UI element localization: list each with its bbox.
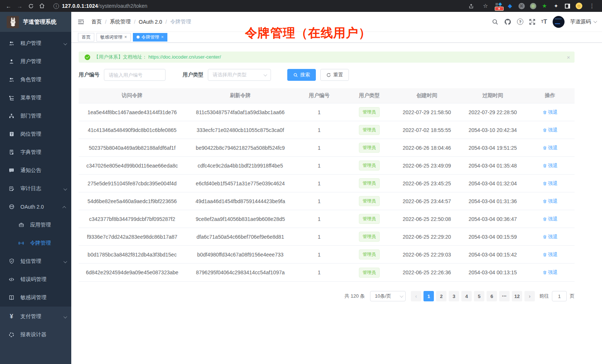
force-logout-button[interactable]: 强退: [543, 251, 558, 258]
user-type-select[interactable]: 请选择用户类型: [208, 69, 271, 81]
address-bar[interactable]: i 127.0.0.1:1024/system/oauth2/token: [53, 3, 465, 9]
sidebar-item-oauth[interactable]: OAuth 2.0: [0, 198, 71, 216]
search-button[interactable]: 搜索: [287, 69, 316, 81]
logo[interactable]: 芋道管理系统: [0, 12, 71, 32]
col-actions: 操作: [527, 92, 573, 99]
user-id-input[interactable]: [104, 69, 166, 81]
tab-sensitive[interactable]: 敏感词管理 ×: [96, 33, 131, 42]
sidebar-item-token[interactable]: 令牌管理: [0, 234, 71, 252]
page-button[interactable]: 1: [423, 291, 434, 301]
force-logout-button[interactable]: 强退: [543, 216, 558, 222]
close-icon[interactable]: ×: [124, 35, 127, 39]
fullscreen-icon[interactable]: [529, 19, 536, 25]
sidebar-item-notice[interactable]: 通知公告: [0, 161, 71, 179]
total-count: 共 120 条: [344, 293, 365, 300]
alert-close-icon[interactable]: ×: [567, 54, 570, 60]
user-type-badge: 管理员: [359, 161, 380, 171]
user-icon: [8, 59, 15, 64]
user-menu[interactable]: 芋道源码: [570, 19, 596, 25]
user-avatar[interactable]: [553, 16, 565, 28]
sidebar-item-audit[interactable]: 审计日志: [0, 179, 71, 198]
col-created: 创建时间: [395, 92, 458, 99]
sidebar-item-role[interactable]: 角色管理: [0, 70, 71, 89]
page-button[interactable]: 4: [461, 291, 472, 301]
user-id-label: 用户编号: [79, 72, 99, 78]
doc-link[interactable]: https://doc.iocoder.cn/user-center/: [148, 54, 221, 60]
tab-token[interactable]: 令牌管理 ×: [133, 33, 167, 42]
extension-command-icon[interactable]: ⌘: [518, 3, 525, 9]
sidebar-item-post[interactable]: 岗位管理: [0, 125, 71, 143]
success-check-icon: [85, 54, 90, 60]
col-expires: 过期时间: [458, 92, 527, 99]
extension-sidebar-icon[interactable]: [564, 3, 571, 9]
github-icon[interactable]: [504, 18, 511, 26]
tab-home[interactable]: 首页: [78, 33, 94, 42]
browser-back-icon[interactable]: ←: [4, 1, 13, 11]
sidebar-item-pay[interactable]: ¥ 支付管理: [0, 307, 71, 325]
sidebar-item-label: 敏感词管理: [20, 294, 46, 301]
prev-page-button[interactable]: ‹: [411, 291, 421, 301]
more-pages-button[interactable]: •••: [499, 291, 510, 301]
collapse-menu-icon[interactable]: [77, 18, 85, 26]
page-button[interactable]: 2: [436, 291, 446, 301]
force-logout-button[interactable]: 强退: [543, 127, 558, 133]
sidebar-item-label: 应用管理: [30, 222, 51, 228]
profile-avatar-icon[interactable]: ☺: [576, 3, 582, 9]
sidebar-item-label: 租户管理: [20, 40, 41, 47]
extension-gem-icon[interactable]: ◆: [507, 3, 513, 9]
share-icon[interactable]: [466, 1, 476, 11]
page-button[interactable]: 3: [449, 291, 459, 301]
force-logout-button[interactable]: 强退: [543, 162, 558, 169]
sidebar-item-user[interactable]: 用户管理: [0, 52, 71, 70]
sidebar-item-app[interactable]: 应用管理: [0, 216, 71, 234]
sidebar-item-label: OAuth 2.0: [20, 204, 44, 210]
extension-star-icon[interactable]: ★: [541, 3, 548, 9]
page-size-select[interactable]: 10条/页: [370, 291, 406, 301]
chat-bubble-icon: [8, 168, 15, 173]
sidebar-item-label: 用户管理: [20, 58, 41, 65]
site-info-icon[interactable]: i: [53, 3, 59, 9]
force-logout-button[interactable]: 强退: [543, 180, 558, 187]
sidebar-item-sms[interactable]: 短信管理: [0, 252, 71, 270]
browser-toolbar: ← → i 127.0.0.1:1024/system/oauth2/token…: [0, 0, 602, 12]
browser-forward-icon[interactable]: →: [15, 1, 24, 11]
breadcrumb-oauth[interactable]: OAuth 2.0: [139, 19, 162, 25]
extension-puzzle-icon[interactable]: ✦: [553, 3, 559, 9]
font-size-icon[interactable]: TT: [541, 19, 547, 25]
force-logout-button[interactable]: 强退: [543, 234, 558, 240]
extension-grid-icon[interactable]: 9: [495, 3, 502, 9]
sidebar-item-dept[interactable]: 部门管理: [0, 107, 71, 125]
browser-home-icon[interactable]: [37, 1, 47, 11]
sidebar: 芋道管理系统 租户管理 用户管理 角色管理 菜单管理 部门管理: [0, 12, 71, 364]
sidebar-item-sensitive[interactable]: 敏感词管理: [0, 288, 71, 307]
sidebar-item-tenant[interactable]: 租户管理: [0, 34, 71, 52]
bookmark-star-icon[interactable]: ☆: [481, 1, 490, 11]
sidebar-item-dict[interactable]: 字典管理: [0, 143, 71, 161]
browser-menu-icon[interactable]: ⋮: [587, 1, 597, 11]
force-logout-button[interactable]: 强退: [543, 269, 558, 276]
search-icon[interactable]: [492, 19, 498, 25]
reset-button[interactable]: 重置: [320, 69, 349, 81]
browser-reload-icon[interactable]: [26, 1, 36, 11]
page-button[interactable]: 5: [474, 291, 484, 301]
extension-dot-icon[interactable]: [530, 3, 536, 9]
page-button[interactable]: 6: [487, 291, 497, 301]
user-type-badge: 管理员: [359, 249, 380, 259]
breadcrumb-home[interactable]: 首页: [91, 19, 102, 25]
force-logout-button[interactable]: 强退: [543, 145, 558, 151]
force-logout-button[interactable]: 强退: [543, 109, 558, 116]
users-icon: [8, 40, 15, 46]
sidebar-item-errcode[interactable]: 错误码管理: [0, 270, 71, 288]
user-type-badge: 管理员: [359, 125, 380, 135]
sidebar-item-menu[interactable]: 菜单管理: [0, 89, 71, 107]
sidebar-item-report[interactable]: 报表设计器: [0, 325, 71, 344]
next-page-button[interactable]: ›: [524, 291, 535, 301]
close-icon[interactable]: ×: [161, 35, 164, 39]
page-button[interactable]: 12: [512, 291, 522, 301]
sidebar-item-label: 部门管理: [20, 113, 41, 119]
breadcrumb-system[interactable]: 系统管理: [110, 19, 131, 25]
goto-page-input[interactable]: [552, 291, 567, 301]
help-icon[interactable]: ?: [517, 19, 523, 25]
user-type-label: 用户类型: [183, 72, 203, 78]
force-logout-button[interactable]: 强退: [543, 198, 558, 205]
